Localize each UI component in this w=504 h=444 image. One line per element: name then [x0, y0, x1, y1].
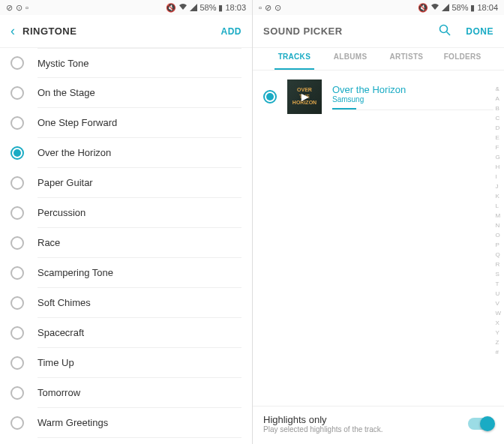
- battery-icon: ▮: [218, 3, 223, 13]
- svg-point-0: [440, 25, 448, 32]
- album-art[interactable]: OVERTHEHORIZON: [287, 80, 322, 114]
- battery-pct: 58%: [452, 3, 468, 12]
- user-icon: ⊘: [265, 3, 272, 13]
- mute-icon: 🔇: [166, 3, 176, 13]
- item-label: Warm Greetings: [38, 408, 242, 438]
- index-letter[interactable]: K: [495, 193, 501, 200]
- index-letter[interactable]: B: [495, 105, 501, 112]
- highlights-toggle[interactable]: [468, 418, 494, 430]
- index-letter[interactable]: Q: [495, 251, 501, 258]
- index-letter[interactable]: A: [495, 95, 501, 102]
- list-item[interactable]: Spacecraft: [10, 318, 242, 348]
- index-letter[interactable]: E: [495, 134, 501, 141]
- item-label: Race: [38, 228, 242, 258]
- list-item[interactable]: On the Stage: [10, 78, 242, 108]
- index-letter[interactable]: H: [495, 164, 501, 170]
- radio-icon[interactable]: [10, 86, 24, 100]
- index-letter[interactable]: #: [495, 349, 501, 356]
- ringtone-screen: ⊘ ⊙ ▫ 🔇 58% ▮ 18:03 ‹ RINGTONE ADD Mysti…: [0, 0, 252, 444]
- add-button[interactable]: ADD: [221, 26, 242, 37]
- image-icon: ▫: [259, 3, 262, 13]
- mute-icon: 🔇: [418, 3, 428, 13]
- radio-icon[interactable]: [10, 56, 24, 70]
- item-label: Percussion: [38, 198, 242, 228]
- list-item[interactable]: Tomorrow: [10, 378, 242, 408]
- radio-icon[interactable]: [10, 116, 24, 130]
- index-letter[interactable]: V: [495, 300, 501, 307]
- track-artist: Samsung: [332, 95, 494, 104]
- item-label: Tomorrow: [38, 378, 242, 408]
- radio-icon[interactable]: [10, 236, 24, 250]
- highlights-sub: Play selected highlights of the track.: [263, 425, 468, 434]
- wifi-icon: [430, 3, 440, 12]
- radio-icon[interactable]: [10, 206, 24, 220]
- index-letter[interactable]: W: [495, 310, 501, 316]
- index-letter[interactable]: S: [495, 271, 501, 278]
- radio-icon[interactable]: [10, 326, 24, 340]
- done-button[interactable]: DONE: [466, 26, 494, 37]
- track-row[interactable]: OVERTHEHORIZON Over the Horizon Samsung: [253, 80, 504, 120]
- search-button[interactable]: [439, 24, 451, 39]
- list-item[interactable]: Soft Chimes: [10, 288, 242, 318]
- index-letter[interactable]: D: [495, 124, 501, 131]
- index-letter[interactable]: &: [495, 86, 501, 92]
- list-item[interactable]: Percussion: [10, 198, 242, 228]
- index-letter[interactable]: F: [495, 144, 501, 151]
- radio-icon[interactable]: [10, 386, 24, 400]
- index-letter[interactable]: J: [495, 183, 501, 190]
- index-letter[interactable]: G: [495, 154, 501, 160]
- track-info: Over the Horizon Samsung: [332, 84, 494, 110]
- item-label: One Step Forward: [38, 108, 242, 138]
- list-item[interactable]: Scampering Tone: [10, 258, 242, 288]
- index-letter[interactable]: N: [495, 222, 501, 229]
- track-title: Over the Horizon: [332, 84, 494, 95]
- index-letter[interactable]: X: [495, 320, 501, 326]
- index-bar[interactable]: &ABCDEFGHIJKLMNOPQRSTUVWXYZ#: [495, 86, 501, 356]
- item-label: Paper Guitar: [38, 168, 242, 198]
- index-letter[interactable]: R: [495, 261, 501, 268]
- index-letter[interactable]: M: [495, 212, 501, 219]
- index-letter[interactable]: C: [495, 115, 501, 122]
- radio-icon[interactable]: [10, 296, 24, 310]
- index-letter[interactable]: Z: [495, 339, 501, 346]
- item-label: Soft Chimes: [38, 288, 242, 318]
- radio-icon[interactable]: [10, 266, 24, 280]
- wifi-icon: [178, 3, 188, 12]
- item-label: Mystic Tone: [38, 48, 242, 78]
- list-item[interactable]: One Step Forward: [10, 108, 242, 138]
- list-item[interactable]: Paper Guitar: [10, 168, 242, 198]
- index-letter[interactable]: L: [495, 202, 501, 209]
- clock: 18:04: [477, 3, 498, 12]
- track-area: OVERTHEHORIZON Over the Horizon Samsung …: [253, 70, 504, 406]
- index-letter[interactable]: U: [495, 290, 501, 297]
- radio-icon[interactable]: [10, 146, 24, 160]
- list-item[interactable]: Race: [10, 228, 242, 258]
- index-letter[interactable]: P: [495, 242, 501, 248]
- tab-artists[interactable]: ARTISTS: [379, 48, 435, 70]
- page-title: RINGTONE: [22, 26, 221, 37]
- list-item[interactable]: Warm Greetings: [10, 408, 242, 438]
- item-label: On the Stage: [38, 78, 242, 108]
- back-button[interactable]: ‹: [10, 23, 15, 39]
- tab-folders[interactable]: FOLDERS: [434, 48, 490, 70]
- index-letter[interactable]: I: [495, 173, 501, 180]
- index-letter[interactable]: Y: [495, 329, 501, 336]
- list-item[interactable]: Time Up: [10, 348, 242, 378]
- radio-icon[interactable]: [263, 90, 277, 104]
- tab-tracks[interactable]: TRACKS: [266, 48, 322, 70]
- sound-picker-screen: ▫ ⊘ ⊙ 🔇 58% ▮ 18:04 SOUND PICKER DONE TR…: [252, 0, 504, 444]
- index-letter[interactable]: T: [495, 280, 501, 287]
- tabs: TRACKSALBUMSARTISTSFOLDERS: [253, 48, 504, 70]
- list-item[interactable]: Over the Horizon: [10, 138, 242, 168]
- list-item[interactable]: Mystic Tone: [10, 48, 242, 78]
- index-letter[interactable]: O: [495, 232, 501, 238]
- tab-albums[interactable]: ALBUMS: [322, 48, 379, 70]
- ringtone-list[interactable]: Mystic ToneOn the StageOne Step ForwardO…: [0, 48, 252, 444]
- svg-line-1: [447, 32, 451, 35]
- radio-icon[interactable]: [10, 416, 24, 430]
- user-icon: ⊘: [6, 3, 13, 13]
- radio-icon[interactable]: [10, 356, 24, 370]
- progress-bar[interactable]: [332, 108, 356, 110]
- radio-icon[interactable]: [10, 176, 24, 190]
- item-label: Over the Horizon: [38, 138, 242, 168]
